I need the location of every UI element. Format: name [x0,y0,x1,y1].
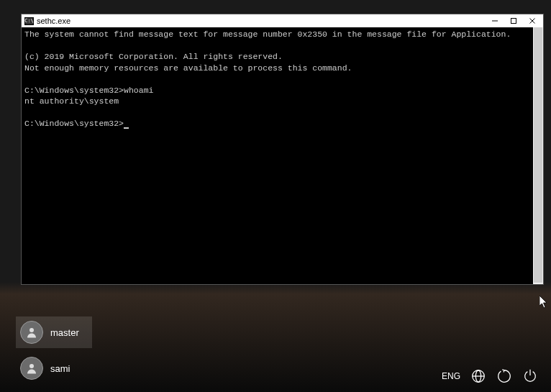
maximize-button[interactable] [504,15,523,27]
user-item-master[interactable]: master [16,316,92,348]
command: whoami [124,86,153,95]
language-indicator[interactable]: ENG [442,371,460,381]
network-icon[interactable] [470,368,486,384]
output-line: (c) 2019 Microsoft Corporation. All righ… [24,52,283,61]
output-line: The system cannot find message text for … [24,29,511,39]
user-label: sami [50,363,70,374]
window-title: sethc.exe [37,17,70,25]
svg-rect-1 [511,19,516,24]
prompt: C:\Windows\system32> [24,86,124,95]
title-left: C:\ sethc.exe [24,17,70,25]
avatar [20,321,43,344]
user-item-sami[interactable]: sami [16,352,92,384]
avatar [20,357,43,380]
command-prompt-window: C:\ sethc.exe The system cannot find mes… [21,14,544,285]
output-line: Not enough memory resources are availabl… [24,63,352,73]
title-bar[interactable]: C:\ sethc.exe [22,14,543,27]
close-button[interactable] [523,15,542,27]
terminal-output[interactable]: The system cannot find message text for … [22,27,533,284]
vertical-scrollbar[interactable] [533,27,543,284]
prompt: C:\Windows\system32> [24,119,124,128]
user-list: master sami [16,316,92,384]
user-label: master [50,327,79,338]
mouse-cursor-icon [539,296,548,311]
minimize-button[interactable] [486,15,504,27]
svg-point-4 [29,328,34,332]
scrollbar-thumb[interactable] [534,27,542,283]
terminal-body: The system cannot find message text for … [22,27,543,284]
ease-of-access-icon[interactable] [496,368,512,384]
person-icon [25,362,38,375]
output-line: nt authority\system [24,96,119,106]
cmd-icon: C:\ [24,17,34,25]
system-tray: ENG [442,368,538,384]
text-cursor [124,127,129,129]
window-controls [486,15,542,27]
power-icon[interactable] [522,368,538,384]
svg-point-5 [29,364,34,368]
person-icon [25,326,38,339]
